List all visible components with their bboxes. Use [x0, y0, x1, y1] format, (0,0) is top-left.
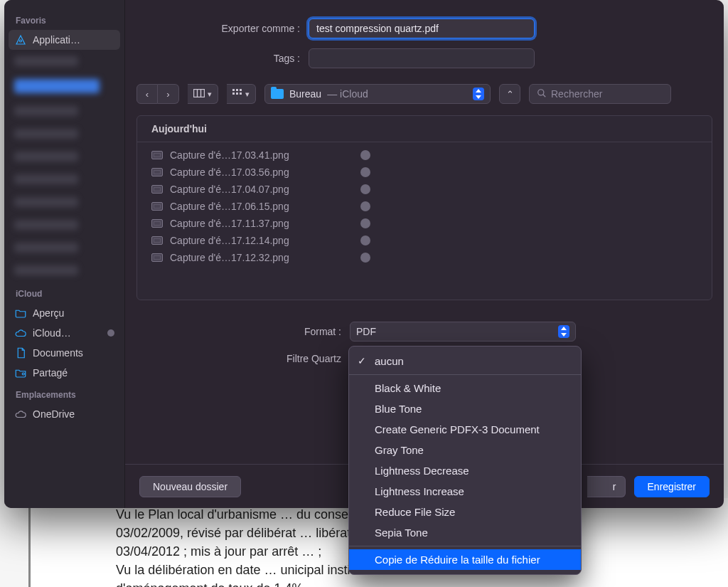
file-row[interactable]: Capture d'é…17.12.14.png [137, 232, 712, 249]
file-browser-toolbar: ‹ › ▾ ▾ [136, 84, 712, 104]
list-group-header: Aujourd'hui [137, 116, 712, 142]
view-mode-columns: ▾ [188, 84, 218, 104]
image-file-icon [151, 253, 163, 262]
file-listing: Aujourd'hui Capture d'é…17.03.41.png Cap… [136, 115, 712, 300]
format-popup-button[interactable]: PDF [350, 322, 576, 342]
menu-item[interactable]: Blue Tone [349, 398, 581, 419]
save-button[interactable]: Enregistrer [634, 476, 710, 497]
menu-item[interactable]: Black & White [349, 378, 581, 398]
file-row[interactable]: Capture d'é…17.03.56.png [137, 164, 712, 181]
menu-item-highlighted[interactable]: Copie de Réduire la taille du fichier [349, 549, 581, 570]
svg-rect-10 [240, 92, 242, 95]
tag-indicator [360, 150, 370, 160]
new-folder-button[interactable]: Nouveau dossier [139, 476, 241, 497]
grid-icon [232, 89, 242, 100]
sidebar-item-label: iCloud… [33, 327, 99, 339]
sidebar-item-label: Applicati… [33, 34, 114, 46]
menu-item[interactable]: Reduce File Size [349, 502, 581, 522]
svg-point-1 [22, 373, 24, 375]
search-placeholder: Rechercher [551, 88, 602, 100]
file-name: Capture d'é…17.03.56.png [170, 166, 289, 178]
export-save-panel: Favoris Applicati… iCloud Aperçu [4, 0, 724, 508]
sidebar-item-redacted[interactable] [14, 243, 78, 253]
tags-input[interactable] [309, 48, 535, 68]
sidebar-item-onedrive[interactable]: OneDrive [4, 404, 124, 424]
sidebar-item-redacted[interactable] [14, 174, 78, 184]
shared-folder-icon [14, 366, 27, 379]
sidebar-item-redacted[interactable] [14, 265, 78, 275]
menu-item[interactable]: Lightness Decrease [349, 460, 581, 481]
menu-separator [349, 546, 581, 546]
sidebar: Favoris Applicati… iCloud Aperçu [4, 0, 125, 508]
sidebar-item-partage[interactable]: Partagé [4, 363, 124, 383]
file-row[interactable]: Capture d'é…17.11.37.png [137, 215, 712, 232]
menu-item[interactable]: Create Generic PDFX-3 Document [349, 419, 581, 440]
cloud-icon [14, 408, 27, 421]
format-label: Format : [125, 326, 341, 337]
chevron-up-icon: ⌃ [506, 89, 514, 100]
sidebar-item-redacted[interactable] [14, 56, 78, 66]
tags-label: Tags : [125, 53, 300, 64]
enclosing-folder-button[interactable]: ⌃ [499, 84, 520, 104]
file-name: Capture d'é…17.04.07.png [170, 184, 289, 195]
sidebar-item-icloud-drive[interactable]: iCloud… [4, 323, 124, 343]
sidebar-item-redacted[interactable] [14, 129, 78, 139]
applications-icon [14, 33, 27, 46]
svg-line-12 [543, 94, 546, 97]
svg-rect-2 [194, 89, 205, 97]
sidebar-item-applications[interactable]: Applicati… [9, 30, 120, 50]
nav-forward-button[interactable]: › [158, 84, 179, 104]
filename-input[interactable] [309, 18, 535, 38]
menu-item[interactable]: Gray Tone [349, 440, 581, 460]
group-by-button[interactable]: ▾ [227, 84, 256, 104]
nav-back-button[interactable]: ‹ [136, 84, 158, 104]
format-value: PDF [356, 326, 376, 337]
location-popup-button[interactable]: Bureau — iCloud [264, 84, 491, 104]
chevron-right-icon: › [166, 89, 169, 100]
bg-line: d'aménagement de taux de 1,4% … [116, 579, 692, 587]
menu-separator [349, 374, 581, 375]
sidebar-item-redacted-selected[interactable] [14, 79, 100, 93]
svg-rect-6 [236, 89, 238, 91]
cancel-button[interactable]: r [587, 476, 626, 497]
file-row[interactable]: Capture d'é…17.03.41.png [137, 147, 712, 164]
sidebar-item-redacted[interactable] [14, 106, 78, 116]
svg-rect-5 [232, 89, 235, 91]
view-columns-button[interactable]: ▾ [188, 84, 218, 104]
row-format: Format : PDF [125, 322, 724, 342]
image-file-icon [151, 202, 163, 211]
sidebar-item-redacted[interactable] [14, 197, 78, 207]
file-name: Capture d'é…17.06.15.png [170, 201, 289, 212]
file-row[interactable]: Capture d'é…17.12.32.png [137, 249, 712, 266]
sidebar-item-documents[interactable]: Documents [4, 343, 124, 363]
chevron-down-icon: ▾ [245, 90, 250, 99]
location-folder-name: Bureau [289, 88, 321, 100]
image-file-icon [151, 151, 163, 159]
tag-indicator [360, 253, 370, 263]
search-icon [537, 88, 547, 100]
menu-item-aucun[interactable]: aucun [349, 351, 581, 371]
menu-item[interactable]: Sepia Tone [349, 522, 581, 543]
file-row[interactable]: Capture d'é…17.04.07.png [137, 181, 712, 198]
chevron-down-icon: ▾ [208, 90, 212, 99]
sidebar-item-redacted[interactable] [14, 220, 78, 230]
row-export-as: Exporter comme : [125, 18, 724, 38]
image-file-icon [151, 219, 163, 228]
menu-item[interactable]: Lightness Increase [349, 481, 581, 502]
file-row[interactable]: Capture d'é…17.06.15.png [137, 198, 712, 215]
tag-indicator [360, 167, 370, 177]
file-name: Capture d'é…17.12.14.png [170, 235, 289, 246]
list-body: Capture d'é…17.03.41.png Capture d'é…17.… [137, 142, 712, 270]
button-label: Nouveau dossier [153, 481, 228, 492]
svg-rect-7 [240, 89, 242, 91]
sidebar-heading-icloud: iCloud [4, 282, 124, 303]
sidebar-item-apercu[interactable]: Aperçu [4, 303, 124, 323]
search-field[interactable]: Rechercher [529, 84, 671, 104]
tag-indicator [360, 201, 370, 211]
file-name: Capture d'é…17.03.41.png [170, 149, 289, 161]
sidebar-item-redacted[interactable] [14, 152, 78, 162]
nav-back-forward: ‹ › [136, 84, 179, 104]
location-suffix: — iCloud [327, 88, 368, 100]
svg-point-0 [20, 40, 22, 42]
file-name: Capture d'é…17.11.37.png [170, 218, 289, 229]
